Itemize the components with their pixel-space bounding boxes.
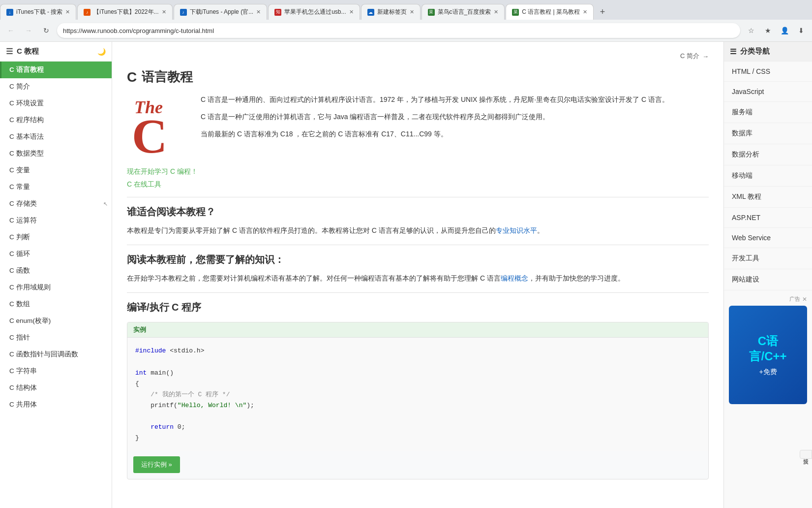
right-nav-webservice[interactable]: Web Service (724, 228, 812, 248)
tab-label-4: 苹果手机怎么通过usb... (284, 8, 346, 16)
section1-text: 本教程是专门为需要从零开始了解 C 语言的软件程序员打造的。本教程将让您对 C … (127, 224, 709, 237)
right-sidebar-title: 分类导航 (740, 47, 770, 56)
sidebar-item-10[interactable]: C 判断 (0, 229, 112, 246)
breadcrumb: C 简介 → (127, 52, 709, 61)
ad-sub: +免费 (759, 368, 777, 377)
right-nav-website[interactable]: 网站建设 (724, 269, 812, 290)
section2-link[interactable]: 编程概念 (501, 274, 528, 282)
sidebar-item-16[interactable]: C 指针 (0, 329, 112, 346)
forward-button[interactable]: → (22, 24, 35, 37)
intro-text: C 语言是一种通用的、面向过程式的计算机程序设计语言。1972 年，为了移植与开… (201, 94, 709, 158)
ad-content: C语言/C++ +免费 (729, 306, 807, 404)
run-button[interactable]: 运行实例 » (133, 456, 180, 473)
browser-chrome: ↓ iTunes下载 - 搜索 ✕ ♪ 【iTunes下载】2022年... ✕… (0, 0, 812, 42)
ad-section: 广告 ✕ C语言/C++ +免费 (724, 290, 812, 409)
tab-3[interactable]: ♪ 下载iTunes - Apple (官... ✕ (174, 4, 268, 20)
code-return: return (150, 423, 174, 431)
right-nav-html-css[interactable]: HTML / CSS (724, 62, 812, 82)
right-nav-server[interactable]: 服务端 (724, 102, 812, 123)
tab-close-3[interactable]: ✕ (256, 9, 261, 15)
sidebar-item-7[interactable]: C 常量 (0, 179, 112, 195)
right-nav-data-analysis[interactable]: 数据分析 (724, 144, 812, 165)
tab-favicon-3: ♪ (180, 9, 187, 16)
breadcrumb-link[interactable]: C 简介 (680, 52, 699, 61)
section1-title: 谁适合阅读本教程？ (127, 205, 709, 219)
tab-2[interactable]: ♪ 【iTunes下载】2022年... ✕ (77, 4, 172, 20)
sidebar-item-1[interactable]: C 简介 (0, 78, 112, 95)
tab-label-1: iTunes下载 - 搜索 (16, 8, 62, 16)
refresh-button[interactable]: ↻ (39, 24, 53, 37)
divider-2 (127, 245, 709, 245)
tab-close-6[interactable]: ✕ (494, 9, 498, 15)
sidebar-item-18[interactable]: C 字符串 (0, 363, 112, 380)
code-int: int (135, 369, 147, 377)
sidebar-header-title: C 教程 (17, 47, 39, 56)
right-sidebar-header: ☰ 分类导航 (724, 42, 812, 62)
sidebar-item-19[interactable]: C 结构体 (0, 380, 112, 396)
divider-1 (127, 197, 709, 197)
sidebar-item-20[interactable]: C 共用体 (0, 396, 112, 413)
sidebar-header-icon: ☰ (6, 47, 13, 56)
divider-3 (127, 292, 709, 293)
profile-button[interactable]: 👤 (778, 24, 791, 37)
tab-close-7[interactable]: ✕ (583, 9, 587, 15)
new-tab-button[interactable]: + (595, 4, 610, 20)
sidebar-item-4[interactable]: C 基本语法 (0, 128, 112, 145)
right-sidebar-icon: ☰ (730, 47, 736, 56)
tab-favicon-4: 知 (274, 9, 281, 16)
tab-6[interactable]: 菜 菜鸟c语言_百度搜索 ✕ (421, 4, 505, 20)
dark-mode-icon[interactable]: 🌙 (97, 48, 106, 56)
feedback-button[interactable]: 反馈 (800, 450, 812, 459)
sidebar-item-3[interactable]: C 程序结构 (0, 112, 112, 128)
right-nav-javascript[interactable]: JavaScript (724, 82, 812, 102)
sidebar-item-2[interactable]: C 环境设置 (0, 95, 112, 112)
tab-label-6: 菜鸟c语言_百度搜索 (438, 8, 491, 16)
tab-label-7: C 语言教程 | 菜鸟教程 (522, 8, 580, 16)
sidebar-item-6[interactable]: C 变量 (0, 162, 112, 179)
right-nav-aspnet[interactable]: ASP.NET (724, 208, 812, 228)
tab-close-5[interactable]: ✕ (410, 9, 414, 15)
sidebar-item-12[interactable]: C 函数 (0, 262, 112, 279)
sidebar-item-9[interactable]: C 运算符 (0, 212, 112, 229)
toolbar-icons: ☆ ★ 👤 ⬇ (744, 24, 808, 37)
right-nav-devtools[interactable]: 开发工具 (724, 248, 812, 269)
address-input[interactable] (57, 23, 740, 38)
tab-favicon-2: ♪ (84, 9, 90, 16)
tab-bar: ↓ iTunes下载 - 搜索 ✕ ♪ 【iTunes下载】2022年... ✕… (0, 0, 812, 20)
tab-favicon-6: 菜 (428, 9, 435, 16)
right-nav-database[interactable]: 数据库 (724, 123, 812, 144)
sidebar-item-5[interactable]: C 数据类型 (0, 145, 112, 162)
bookmark-star-button[interactable]: ☆ (744, 24, 758, 37)
tab-close-4[interactable]: ✕ (349, 9, 354, 15)
back-button[interactable]: ← (4, 24, 18, 37)
tab-close-2[interactable]: ✕ (162, 9, 166, 15)
tab-close-1[interactable]: ✕ (65, 9, 70, 15)
code-include: #include (135, 347, 166, 354)
sidebar-item-15[interactable]: C enum(枚举) (0, 313, 112, 329)
breadcrumb-arrow: → (702, 53, 709, 60)
c-logo-svg: The C (129, 94, 188, 158)
sidebar-item-0[interactable]: C 语言教程 (0, 62, 112, 78)
sidebar-item-17[interactable]: C 函数指针与回调函数 (0, 346, 112, 363)
tab-4[interactable]: 知 苹果手机怎么通过usb... ✕ (268, 4, 360, 20)
page-title-text: 语言教程 (142, 68, 193, 86)
link-tool[interactable]: C 在线工具 (127, 180, 709, 189)
tab-7[interactable]: 菜 C 语言教程 | 菜鸟教程 ✕ (506, 4, 594, 20)
right-nav-mobile[interactable]: 移动端 (724, 165, 812, 187)
bookmark-list-button[interactable]: ★ (761, 24, 775, 37)
code-comment: /* 我的第一个 C 程序 */ (150, 391, 230, 398)
section1-link[interactable]: 专业知识水平 (496, 226, 537, 234)
code-example: 实例 #include <stdio.h> int main() { /* 我的… (127, 322, 709, 479)
tab-label-2: 【iTunes下载】2022年... (93, 8, 158, 16)
right-nav-xml[interactable]: XML 教程 (724, 187, 812, 208)
tab-favicon-1: ↓ (6, 9, 13, 16)
sidebar-item-14[interactable]: C 数组 (0, 296, 112, 313)
sidebar-item-8[interactable]: C 存储类 ↖ (0, 195, 112, 212)
sidebar-item-13[interactable]: C 作用域规则 (0, 279, 112, 296)
download-button[interactable]: ⬇ (794, 24, 808, 37)
sidebar-item-11[interactable]: C 循环 (0, 246, 112, 262)
tab-5[interactable]: ☁ 新建标签页 ✕ (361, 4, 421, 20)
tab-1[interactable]: ↓ iTunes下载 - 搜索 ✕ (0, 4, 76, 20)
ad-close-button[interactable]: ✕ (802, 296, 807, 303)
link-start[interactable]: 现在开始学习 C 编程！ (127, 167, 709, 176)
